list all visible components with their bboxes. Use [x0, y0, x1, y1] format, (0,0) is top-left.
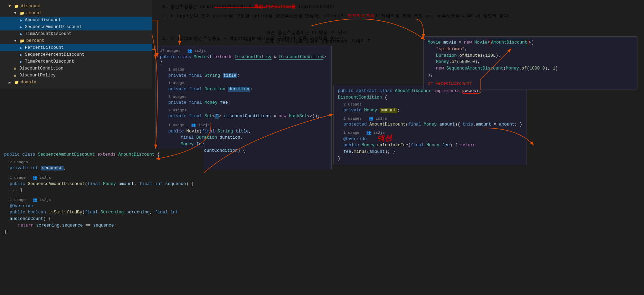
tree-file-amount-discount[interactable]: ◆ AmountDiscount — [0, 17, 152, 24]
file-icon-time-percent: ◆ — [18, 59, 23, 64]
tree-file-sequence-percent[interactable]: ◆ SequencePercentDiscount — [0, 51, 152, 58]
tree-label-time-percent: TimePercentDiscount — [25, 59, 74, 64]
tree-file-sequence-amount[interactable]: ◆ SequenceAmountDiscount — [0, 24, 152, 30]
tree-label-amount: amount — [26, 11, 42, 16]
tree-label-discount-condition: DiscountCondition — [19, 66, 64, 71]
file-icon-sequence-amount: ◆ — [18, 24, 23, 30]
chevron-domain: ▶ — [7, 80, 12, 85]
inst-line1: Movie movie = new Movie<AmountDiscount>( — [428, 39, 633, 46]
abstract-body: 2 usages private Money amount; 2 usages … — [343, 102, 522, 155]
file-icon-discount-condition: ⊞ — [12, 66, 18, 71]
tree-file-time-percent[interactable]: ◆ TimePercentDiscount — [0, 58, 152, 65]
chevron-amount: ▼ — [12, 10, 18, 16]
movie-usages: 17 usages 👥 is2js — [160, 48, 327, 54]
inst-close: ); — [428, 72, 633, 79]
note-line2: 1. trigger보다 먼저 action을 구현한 action별 중간추상… — [162, 12, 641, 21]
note-line1: 0. 중간추상층은 condition(추메2개) & 특정 마커action을… — [162, 3, 641, 11]
tree-folder-domain[interactable]: ▶ 📁 domain — [0, 79, 152, 86]
tree-label-sequence-percent: SequencePercentDiscount — [25, 52, 85, 57]
folder-percent-icon: 📁 — [19, 38, 25, 44]
tree-file-discount-policy[interactable]: ⊞ DiscountPolicy — [0, 72, 152, 79]
note-line5: 2. 각 action중간추상층별 → 개별trigger메서드를 구현하여 최… — [162, 35, 347, 42]
movie-instantiation-panel: Movie movie = new Movie<AmountDiscount>(… — [423, 36, 637, 90]
file-icon-amount-discount: ◆ — [18, 17, 23, 23]
tree-folder-amount[interactable]: ▼ 📁 amount — [0, 10, 152, 17]
handwritten-action: 액션 — [376, 132, 392, 144]
folder-icon: ▼ — [7, 3, 12, 9]
sequence-amount-panel: public class SequenceAmountDiscount exte… — [0, 149, 204, 238]
tree-file-discount-condition[interactable]: ⊞ DiscountCondition — [0, 65, 152, 72]
or-note: or PecentDiscount — [428, 81, 633, 87]
tree-file-time-amount[interactable]: ◆ TimeAmountDiscount — [0, 30, 152, 37]
tree-label-time-amount: TimeAmountDiscount — [25, 31, 72, 36]
seq-class-line: public class SequenceAmountDiscount exte… — [4, 151, 200, 158]
file-tree: ▼ 📁 discount ▼ 📁 amount ◆ AmountDiscount… — [0, 0, 152, 89]
tree-folder-percent[interactable]: ▼ 📁 percent — [0, 37, 152, 44]
inst-body: "spiderman", Duration.ofMinutes(120L), M… — [436, 46, 633, 72]
file-icon-discount-policy: ⊞ — [12, 73, 18, 78]
tree-label-amount-discount: AmountDiscount — [25, 18, 61, 22]
folder-discount-icon: 📁 — [14, 3, 19, 9]
tree-file-percent-discount[interactable]: ◆ PercentDiscount — [0, 44, 152, 51]
file-icon-sequence-percent: ◆ — [18, 52, 23, 57]
tree-label-discount-policy: DiscountPolicy — [19, 73, 56, 78]
seq-close: } — [4, 229, 200, 236]
close-brace-abstract: } — [338, 155, 522, 162]
file-icon-percent-discount: ◆ — [18, 45, 23, 50]
tree-label-domain: domain — [21, 80, 36, 85]
folder-domain-icon: 📁 — [14, 80, 19, 85]
seq-body: 2 usages private int sequence; 1 usage 👥… — [10, 159, 200, 229]
chevron-percent: ▼ — [12, 38, 18, 44]
movie-class-line: public class Movie<T extends DiscountPol… — [160, 54, 327, 67]
tree-label-sequence-amount: SequenceAmountDiscount — [25, 25, 82, 29]
tree-root-discount[interactable]: ▼ 📁 discount — [0, 3, 152, 10]
tree-label-percent: percent — [26, 38, 45, 43]
tree-label-discount: discount — [21, 4, 41, 9]
amount-discount-panel: public abstract class AmountDiscount imp… — [333, 85, 527, 165]
file-icon-time-amount: ◆ — [18, 31, 23, 37]
tree-label-percent-discount: PercentDiscount — [25, 45, 64, 50]
folder-amount-icon: 📁 — [19, 10, 25, 16]
